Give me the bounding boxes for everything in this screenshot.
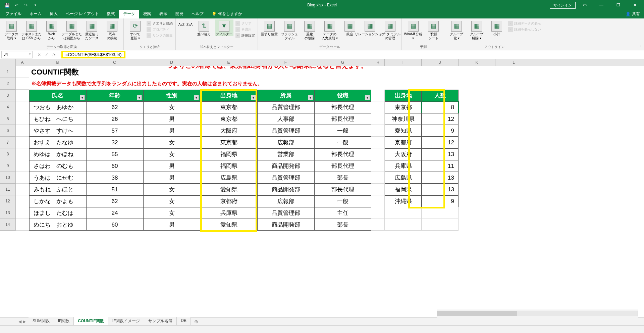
sheet-tab[interactable]: SUM関数 — [29, 317, 54, 326]
table-cell[interactable]: 大阪府 — [385, 148, 422, 160]
refresh-all-button[interactable]: ⟳すべて 更新 ▾ — [126, 19, 145, 40]
table-cell[interactable]: 32 — [86, 137, 143, 148]
table-cell[interactable]: 男 — [143, 172, 200, 184]
fx-icon[interactable]: fx — [51, 52, 57, 57]
ribbon-item[interactable]: ▫クリア — [235, 21, 256, 26]
table-cell[interactable]: 9 — [422, 125, 459, 137]
table-cell[interactable]: 福岡県 — [200, 160, 257, 172]
tab-表示[interactable]: 表示 — [155, 10, 171, 18]
table-cell[interactable]: 部長 — [314, 219, 371, 231]
col-header-L[interactable]: L — [495, 59, 532, 66]
prev-sheet-icon[interactable]: ◀ — [18, 319, 21, 324]
row-header-6[interactable]: 6 — [0, 125, 16, 137]
table-cell[interactable]: 東京都 — [200, 101, 257, 113]
table-cell[interactable]: 38 — [86, 172, 143, 184]
cell[interactable] — [371, 137, 385, 148]
table-cell[interactable]: 55 — [86, 148, 143, 160]
table-cell[interactable]: 商品開発部 — [257, 219, 314, 231]
table-cell[interactable]: 部長代理 — [314, 148, 371, 160]
table-header[interactable]: 出身地 — [385, 90, 422, 101]
table-cell[interactable]: 福岡県 — [200, 148, 257, 160]
row-header-14[interactable]: 14 — [0, 219, 16, 231]
table-header[interactable]: 氏名▾ — [29, 90, 86, 101]
row-header-4[interactable]: 4 — [0, 101, 16, 113]
cell[interactable]: ※名簿掲載データも関数で文字列をランダムに出力したものです。実在の人物は含まれて… — [29, 78, 532, 90]
cell[interactable] — [16, 207, 29, 219]
ribbon-button[interactable]: ▦小計 — [487, 19, 506, 40]
table-cell[interactable]: 部長 — [314, 172, 371, 184]
close-icon[interactable]: ✕ — [627, 0, 643, 10]
table-header[interactable]: 役職▾ — [314, 90, 371, 101]
sheet-tab[interactable]: IF関数イメージ — [108, 317, 145, 326]
row-header-2[interactable]: 2 — [0, 78, 16, 90]
table-cell[interactable]: 女 — [143, 207, 200, 219]
cell[interactable] — [16, 160, 29, 172]
formula-input[interactable]: =COUNTIF($E$4:$E$103,I4) — [59, 51, 644, 58]
table-cell[interactable]: 女 — [143, 101, 200, 113]
filter-dropdown-icon[interactable]: ▾ — [137, 95, 142, 100]
table-cell[interactable]: 12 — [422, 137, 459, 148]
cell[interactable] — [16, 78, 29, 90]
cell[interactable] — [371, 195, 385, 207]
table-cell[interactable]: めゆは かほね — [29, 148, 86, 160]
tab-データ[interactable]: データ — [119, 10, 139, 18]
table-cell[interactable]: 愛知県 — [385, 125, 422, 137]
table-cell[interactable]: 51 — [86, 184, 143, 195]
table-cell[interactable]: 商品開発部 — [257, 160, 314, 172]
cell[interactable] — [371, 219, 385, 231]
table-cell[interactable]: 部長代理 — [314, 113, 371, 125]
cell[interactable] — [16, 184, 29, 195]
row-header-12[interactable]: 12 — [0, 195, 16, 207]
table-cell[interactable]: おすえ たなゆ — [29, 137, 86, 148]
table-cell[interactable]: 部長代理 — [314, 101, 371, 113]
table-cell[interactable]: 60 — [86, 219, 143, 231]
table-cell[interactable]: 26 — [86, 113, 143, 125]
tab-ページ レイアウト[interactable]: ページ レイアウト — [62, 10, 103, 18]
sheet-tab[interactable]: サンプル名簿 — [144, 317, 177, 326]
cell[interactable] — [371, 172, 385, 184]
row-header-1[interactable]: 1 — [0, 66, 16, 78]
ribbon-item[interactable]: ▫プロパティ — [146, 27, 173, 32]
table-cell[interactable]: 広島県 — [385, 172, 422, 184]
table-cell[interactable]: 主任 — [314, 207, 371, 219]
col-header-K[interactable]: K — [459, 59, 495, 66]
table-cell[interactable]: ほまし たむは — [29, 207, 86, 219]
table-cell[interactable]: 品質管理部 — [257, 125, 314, 137]
cell[interactable] — [371, 184, 385, 195]
table-header[interactable]: 年齢▾ — [86, 90, 143, 101]
table-cell[interactable]: 東京都 — [385, 101, 422, 113]
table-cell[interactable]: もひね へにち — [29, 113, 86, 125]
filter-dropdown-icon[interactable]: ▾ — [80, 95, 85, 100]
cell[interactable] — [371, 207, 385, 219]
row-header-13[interactable]: 13 — [0, 207, 16, 219]
next-sheet-icon[interactable]: ▶ — [23, 319, 26, 324]
table-cell[interactable]: 9 — [422, 195, 459, 207]
table-cell[interactable]: 兵庫県 — [385, 160, 422, 172]
cell[interactable] — [16, 113, 29, 125]
filter-dropdown-icon[interactable]: ▾ — [365, 95, 370, 100]
ribbon-button[interactable]: ▦データの 取得 ▾ — [2, 19, 21, 40]
row-header-9[interactable]: 9 — [0, 160, 16, 172]
cell[interactable] — [371, 113, 385, 125]
cell[interactable] — [371, 90, 385, 101]
cell[interactable] — [16, 195, 29, 207]
cell[interactable] — [385, 207, 422, 219]
table-cell[interactable]: 一般 — [314, 125, 371, 137]
col-header-H[interactable]: H — [371, 59, 385, 66]
table-cell[interactable]: 部長代理 — [314, 160, 371, 172]
filter-dropdown-icon[interactable]: ▾ — [251, 95, 256, 100]
cell[interactable] — [16, 101, 29, 113]
share-button[interactable]: 👤 共有 — [626, 11, 640, 17]
table-cell[interactable]: しかな かよも — [29, 195, 86, 207]
table-cell[interactable]: 24 — [86, 207, 143, 219]
ribbon-item[interactable]: ▫リンクの編集 — [146, 33, 173, 38]
row-header-10[interactable]: 10 — [0, 172, 16, 184]
add-sheet-button[interactable]: ⊕ — [191, 318, 202, 325]
ribbon-button[interactable]: ▦テキストまた は CSV から — [22, 19, 41, 40]
minimize-icon[interactable]: — — [594, 0, 609, 10]
table-cell[interactable]: 60 — [86, 160, 143, 172]
ribbon-button[interactable]: ▦グループ 解除 ▾ — [467, 19, 486, 40]
col-header-G[interactable]: G — [314, 59, 371, 66]
collapse-ribbon-icon[interactable]: ˄ — [637, 45, 643, 49]
ribbon-button[interactable]: ▦データ モデル の管理 — [381, 19, 399, 40]
